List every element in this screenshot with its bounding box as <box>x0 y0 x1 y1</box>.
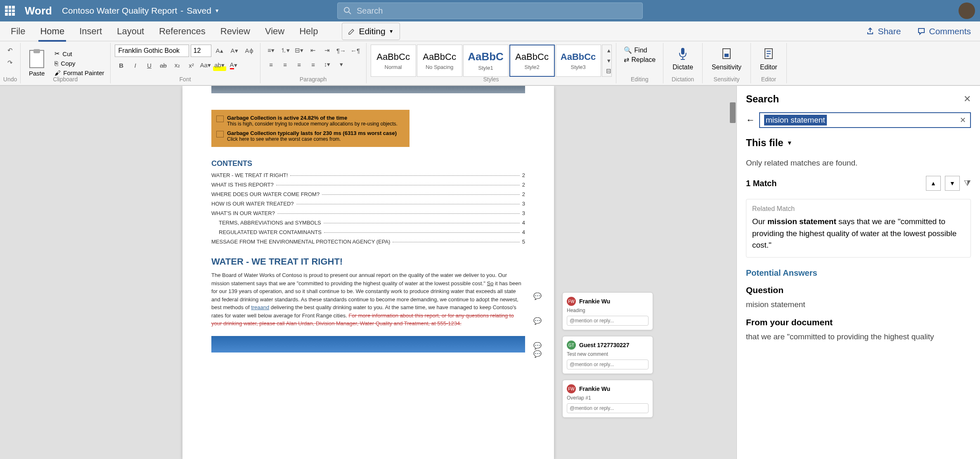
tab-insert[interactable]: Insert <box>72 21 109 42</box>
paste-button[interactable]: Paste <box>25 48 49 78</box>
tab-references[interactable]: References <box>151 21 213 42</box>
font-size-input[interactable] <box>191 45 211 57</box>
subscript-button[interactable]: x₂ <box>171 59 184 71</box>
toc-entry[interactable]: WATER - WE TREAT IT RIGHT!2 <box>211 172 525 178</box>
italic-button[interactable]: I <box>129 59 142 71</box>
ltr-button[interactable]: ¶→ <box>335 45 348 56</box>
tab-help[interactable]: Help <box>292 21 325 42</box>
strikethrough-button[interactable]: ab <box>157 59 170 71</box>
bullets-button[interactable]: ≡▾ <box>265 45 278 56</box>
comment-text: Test new comment <box>567 351 649 357</box>
app-launcher-icon[interactable] <box>5 6 15 16</box>
toc-entry[interactable]: WHERE DOES OUR WATER COME FROM?2 <box>211 191 525 197</box>
toc-entry[interactable]: TERMS, ABBREVIATIONS and SYMBOLS4 <box>211 220 525 226</box>
style-no-spacing[interactable]: AaBbCcNo Spacing <box>417 45 462 77</box>
tab-home[interactable]: Home <box>33 21 72 42</box>
filter-icon[interactable]: ⧩ <box>964 179 971 188</box>
align-center-button[interactable]: ≡ <box>279 59 292 70</box>
rtl-button[interactable]: ←¶ <box>349 45 362 56</box>
highlight-button[interactable]: ab▾ <box>213 59 226 71</box>
line-spacing-button[interactable]: ↕▾ <box>321 59 334 70</box>
comment-reply-input[interactable] <box>567 360 649 369</box>
comment-marker-icon[interactable]: 💬 <box>533 342 542 350</box>
close-icon[interactable]: ✕ <box>963 94 971 104</box>
style-style3[interactable]: AaBbCcStyle3 <box>556 45 601 77</box>
tab-view[interactable]: View <box>258 21 292 42</box>
next-match-button[interactable]: ▼ <box>945 176 960 191</box>
align-left-button[interactable]: ≡ <box>265 59 278 70</box>
search-query-input[interactable]: mision statement ✕ <box>759 112 971 128</box>
decrease-indent-button[interactable]: ⇤ <box>307 45 320 56</box>
sensitivity-group-label: Sensitivity <box>703 76 750 83</box>
toc-entry[interactable]: MESSAGE FROM THE ENVIRONMENTAL PROTECTIO… <box>211 239 525 245</box>
comment-marker-icon[interactable]: 💬 <box>533 350 542 358</box>
tab-layout[interactable]: Layout <box>109 21 151 42</box>
related-match-card[interactable]: Related Match Our mission statement says… <box>746 199 971 258</box>
tab-review[interactable]: Review <box>213 21 258 42</box>
toc-entry[interactable]: WHAT IS THIS REPORT?2 <box>211 182 525 188</box>
clear-search-icon[interactable]: ✕ <box>960 116 966 125</box>
redo-button[interactable]: ↷ <box>4 57 17 69</box>
back-button[interactable]: ← <box>746 115 755 125</box>
underline-button[interactable]: U <box>143 59 156 71</box>
increase-indent-button[interactable]: ⇥ <box>321 45 334 56</box>
toc-entry[interactable]: REGULATATED WATER CONTAMINANTS4 <box>211 229 525 235</box>
justify-button[interactable]: ≡ <box>307 59 320 70</box>
global-search-box[interactable] <box>337 2 643 19</box>
dictate-button[interactable]: Dictate <box>668 45 698 73</box>
comment-card[interactable]: GT Guest 1727730227 Test new comment <box>562 336 653 374</box>
copy-button[interactable]: ⎘Copy <box>53 59 106 68</box>
document-area[interactable]: Garbage Collection is active 24.82% of t… <box>0 86 736 459</box>
style-style1[interactable]: AaBbCStyle1 <box>463 45 509 77</box>
clear-format-button[interactable]: Aϕ <box>243 45 256 57</box>
font-name-input[interactable] <box>115 45 189 57</box>
comment-card[interactable]: FW Frankie Wu Overlap #1 <box>562 380 653 418</box>
global-search-input[interactable] <box>357 6 637 16</box>
sensitivity-button[interactable]: Sensitivity <box>707 45 746 73</box>
align-right-button[interactable]: ≡ <box>293 59 306 70</box>
comments-button[interactable]: Comments <box>911 23 977 40</box>
ribbon-tabs: File Home Insert Layout References Revie… <box>0 21 980 41</box>
undo-button[interactable]: ↶ <box>4 45 17 56</box>
toc-entry[interactable]: HOW IS OUR WATER TREATED?3 <box>211 201 525 207</box>
comment-marker-icon[interactable]: 💬 <box>533 292 542 300</box>
copy-icon: ⎘ <box>54 60 58 67</box>
comment-card[interactable]: FW Frankie Wu Heading <box>562 292 653 330</box>
styles-up-button[interactable]: ▴ <box>602 45 615 55</box>
warning-icon <box>216 131 224 137</box>
toc-entry[interactable]: WHAT'S IN OUR WATER?3 <box>211 210 525 216</box>
share-label: Share <box>878 26 901 36</box>
bold-button[interactable]: B <box>115 59 128 71</box>
search-scope-dropdown[interactable]: This file ▼ <box>746 137 971 149</box>
comment-marker-icon[interactable]: 💬 <box>533 317 542 325</box>
replace-button[interactable]: ⇄Replace <box>624 56 656 64</box>
superscript-button[interactable]: x² <box>185 59 198 71</box>
svg-rect-2 <box>681 48 684 54</box>
prev-match-button[interactable]: ▲ <box>926 176 941 191</box>
styles-more-button[interactable]: ⊟ <box>602 66 615 76</box>
shrink-font-button[interactable]: A▾ <box>228 45 241 57</box>
style-style2[interactable]: AaBbCcStyle2 <box>509 45 555 77</box>
editing-mode-button[interactable]: Editing ▼ <box>342 23 400 40</box>
comment-reply-input[interactable] <box>567 403 649 413</box>
find-button[interactable]: 🔍Find <box>624 46 656 54</box>
change-case-button[interactable]: Aa▾ <box>199 59 212 71</box>
svg-rect-4 <box>724 54 729 57</box>
comment-reply-input[interactable] <box>567 316 649 326</box>
font-color-button[interactable]: A▾ <box>227 59 240 71</box>
tab-file[interactable]: File <box>3 21 33 42</box>
scrollbar-thumb[interactable] <box>730 102 736 123</box>
grow-font-button[interactable]: A▴ <box>213 45 226 57</box>
style-normal[interactable]: AaBbCcNormal <box>371 45 416 77</box>
styles-gallery: AaBbCcNormal AaBbCcNo Spacing AaBbCStyle… <box>371 45 612 77</box>
cut-button[interactable]: ✂Cut <box>53 49 106 58</box>
document-title[interactable]: Contoso Water Quality Report - Saved ▼ <box>62 6 220 16</box>
styles-down-button[interactable]: ▾ <box>602 55 615 66</box>
user-avatar[interactable] <box>959 2 975 19</box>
multilevel-button[interactable]: ⊟▾ <box>293 45 306 56</box>
toc-page: 2 <box>522 172 525 178</box>
shading-button[interactable]: ▾ <box>335 59 348 70</box>
share-button[interactable]: Share <box>860 23 907 40</box>
editor-button[interactable]: Editor <box>755 45 782 73</box>
numbering-button[interactable]: ⒈▾ <box>279 45 292 56</box>
